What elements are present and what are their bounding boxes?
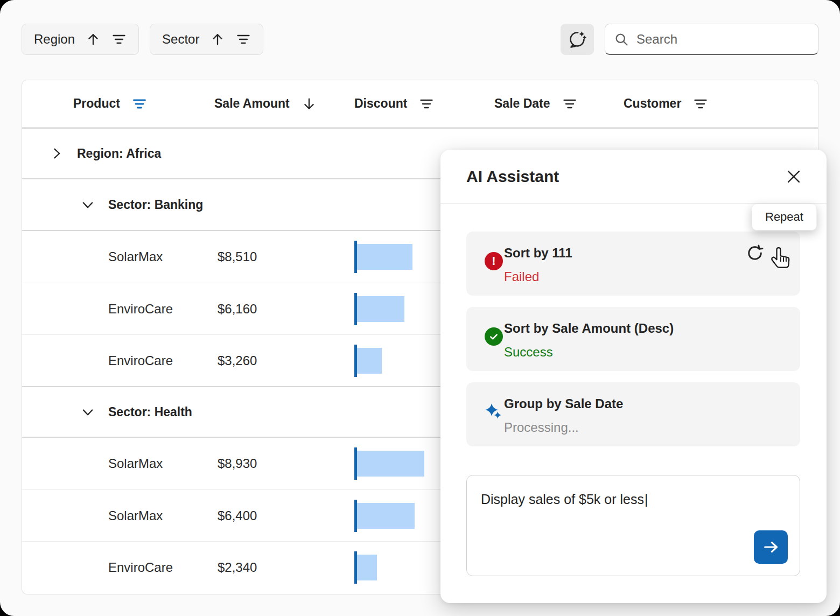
error-icon: ! (485, 252, 503, 270)
expand-button[interactable] (49, 146, 64, 161)
toolbar: Region Sector (22, 24, 818, 55)
column-label: Product (73, 96, 120, 111)
send-arrow-icon (762, 538, 780, 556)
chevron-right-icon (49, 146, 64, 161)
cell-product: EnviroCare (73, 560, 214, 575)
action-label: Sort by 111 (504, 246, 572, 261)
ai-prompt-input[interactable]: Display sales of $5k or less| (466, 475, 800, 576)
chevron-down-icon (80, 197, 95, 212)
search-box[interactable] (605, 24, 818, 55)
ai-action-card-failed: ! Sort by 111 Failed (466, 232, 800, 296)
sort-ascending-icon (210, 32, 225, 47)
cell-sale-amount: $6,400 (214, 508, 354, 523)
filter-icon[interactable] (693, 96, 708, 111)
discount-bar (357, 451, 424, 477)
discount-bar (357, 555, 377, 580)
filter-icon-active[interactable] (132, 96, 147, 111)
column-label: Sale Date (494, 96, 550, 111)
cell-product: SolarMax (73, 456, 214, 471)
ai-prompt-text: Display sales of $5k or less (481, 492, 644, 507)
filter-icon (236, 32, 251, 47)
ai-action-card-processing: Group by Sale Date Processing... (466, 382, 800, 446)
column-label: Sale Amount (214, 96, 290, 111)
chat-sparkle-icon (568, 30, 587, 49)
close-icon (785, 167, 803, 186)
cell-product: SolarMax (73, 508, 214, 523)
ai-panel-title: AI Assistant (466, 167, 785, 186)
cell-product: EnviroCare (73, 302, 214, 317)
filter-icon[interactable] (419, 96, 434, 111)
discount-bar (357, 503, 415, 529)
group-chip-region-label: Region (34, 32, 75, 47)
group-label: Sector: Health (108, 405, 192, 419)
text-caret: | (645, 492, 648, 507)
group-chip-sector[interactable]: Sector (150, 24, 263, 55)
cell-sale-amount: $8,930 (214, 456, 354, 471)
cell-sale-amount: $3,260 (214, 353, 354, 368)
action-label: Group by Sale Date (504, 396, 623, 411)
cell-product: EnviroCare (73, 353, 214, 368)
search-input[interactable] (635, 31, 809, 47)
filter-icon (111, 32, 127, 47)
column-header-sale-date[interactable]: Sale Date (494, 96, 624, 111)
send-button[interactable] (754, 530, 788, 564)
ai-action-card-success: Sort by Sale Amount (Desc) Success (466, 307, 800, 371)
column-label: Discount (354, 96, 407, 111)
group-label: Region: Africa (77, 146, 161, 161)
retry-button[interactable] (745, 243, 765, 263)
sparkle-icon (485, 403, 503, 421)
ai-action-list: ! Sort by 111 Failed (466, 232, 800, 458)
group-chip-region[interactable]: Region (22, 24, 139, 55)
ai-panel-header: AI Assistant (440, 150, 827, 204)
sort-descending-icon[interactable] (302, 96, 317, 111)
grid-header-row: Product Sale Amount Discount Sale Date (22, 80, 818, 128)
close-panel-button[interactable] (785, 167, 803, 186)
action-label: Sort by Sale Amount (Desc) (504, 321, 674, 336)
cell-product: SolarMax (73, 249, 214, 264)
collapse-button[interactable] (80, 197, 95, 212)
column-header-customer[interactable]: Customer (624, 96, 818, 111)
discount-bar (357, 296, 404, 322)
cursor-pointer-icon (769, 246, 794, 275)
group-chip-sector-label: Sector (162, 32, 199, 47)
cell-sale-amount: $6,160 (214, 302, 354, 317)
collapse-button[interactable] (80, 404, 95, 419)
discount-bar (357, 348, 382, 374)
app-window: Region Sector (0, 0, 840, 616)
ai-assistant-button[interactable] (561, 24, 594, 55)
search-icon (614, 32, 629, 47)
column-header-sale-amount[interactable]: Sale Amount (214, 96, 354, 111)
repeat-tooltip: Repeat (752, 204, 817, 230)
cell-sale-amount: $2,340 (214, 560, 354, 575)
action-status: Failed (504, 269, 539, 284)
refresh-icon (745, 243, 765, 263)
action-status: Processing... (504, 420, 579, 435)
discount-bar (357, 244, 412, 270)
ai-assistant-panel: AI Assistant Repeat ! Sort by 111 Failed (440, 150, 827, 603)
action-status: Success (504, 345, 553, 360)
column-header-product[interactable]: Product (73, 96, 214, 111)
chevron-down-icon (80, 404, 95, 419)
filter-icon[interactable] (562, 96, 577, 111)
group-label: Sector: Banking (108, 198, 203, 212)
column-label: Customer (624, 96, 681, 111)
column-header-discount[interactable]: Discount (354, 96, 494, 111)
sort-ascending-icon (86, 32, 101, 47)
cell-sale-amount: $8,510 (214, 249, 354, 264)
success-icon (485, 327, 503, 346)
